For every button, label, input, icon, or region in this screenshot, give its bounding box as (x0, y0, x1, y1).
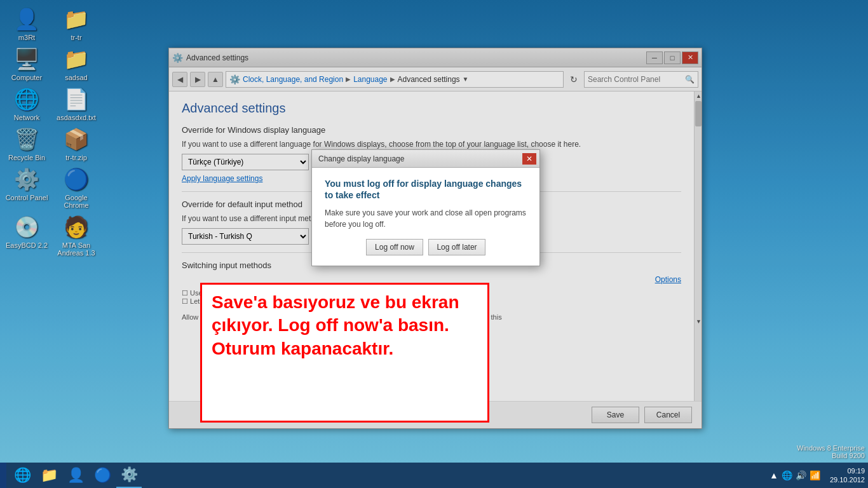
annotation-text: Save'a basıyoruz ve bu ekran çıkıyor. Lo… (212, 291, 478, 360)
log-off-later-button[interactable]: Log off later (428, 239, 485, 255)
volume-icon[interactable]: 🔊 (796, 470, 806, 480)
network-systray-icon[interactable]: 🌐 (782, 470, 792, 480)
taskbar-ie-icon[interactable]: 🌐 (10, 463, 35, 488)
taskbar-explorer-icon[interactable]: 📁 (36, 463, 62, 488)
taskbar: 🌐 📁 👤 🔵 ⚙️ ▲ 🌐 🔊 📶 09:19 29.10.2012 (0, 463, 868, 488)
taskbar-chrome-icon[interactable]: 🔵 (90, 463, 115, 488)
modal-titlebar: Change display language ✕ (312, 150, 539, 168)
modal-dialog: Change display language ✕ You must log o… (311, 149, 540, 266)
taskbar-cp-icon[interactable]: ⚙️ (116, 463, 142, 488)
modal-title: Change display language (318, 154, 404, 163)
modal-close-button[interactable]: ✕ (522, 153, 536, 165)
modal-body-text: Make sure you save your work and close a… (325, 207, 527, 230)
taskbar-start[interactable] (0, 463, 6, 488)
signal-icon[interactable]: 📶 (810, 470, 820, 480)
modal-body: You must log off for display language ch… (312, 168, 539, 266)
taskbar-icons: 🌐 📁 👤 🔵 ⚙️ (6, 463, 145, 488)
clock[interactable]: 09:19 29.10.2012 (827, 466, 868, 485)
taskbar-person-icon[interactable]: 👤 (63, 463, 88, 488)
modal-heading: You must log off for display language ch… (325, 178, 527, 201)
annotation-box: Save'a basıyoruz ve bu ekran çıkıyor. Lo… (200, 283, 489, 423)
systray: ▲ 🌐 🔊 📶 (763, 470, 827, 480)
log-off-now-button[interactable]: Log off now (366, 239, 423, 255)
show-hidden-icon[interactable]: ▲ (770, 470, 778, 480)
